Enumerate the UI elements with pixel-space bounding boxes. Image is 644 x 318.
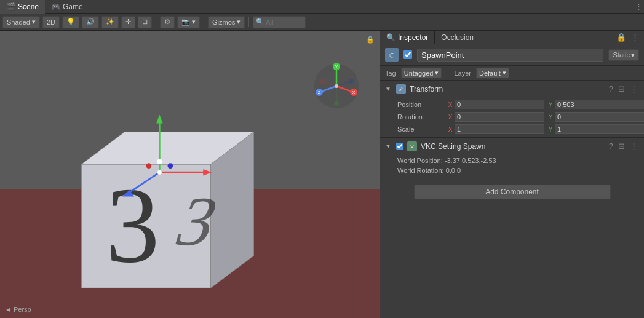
scale-y-input[interactable] <box>555 124 644 134</box>
rotation-x-label: X <box>447 114 454 121</box>
vkc-more-icon[interactable]: ⋮ <box>629 140 639 152</box>
add-component-button[interactable]: Add Component <box>414 185 611 199</box>
tab-scene[interactable]: 🎬 Scene <box>0 0 45 14</box>
tab-game-label: Game <box>63 2 83 11</box>
world-rotation-label: World Rotation: 0,0,0 <box>397 167 461 174</box>
svg-point-13 <box>168 163 173 169</box>
position-x-input[interactable] <box>455 100 544 109</box>
rotation-row: Rotation X Y Z <box>380 111 644 123</box>
lock-inspector-icon[interactable]: 🔒 <box>615 31 627 43</box>
vkc-actions: ? ⊟ ⋮ <box>608 140 639 152</box>
toolbar-separator-3 <box>248 17 249 27</box>
transform-body: Position X Y Z <box>380 97 644 137</box>
transform-name: Transform <box>410 85 604 93</box>
position-y-field: Y <box>547 100 644 109</box>
rotation-y-label: Y <box>547 114 554 121</box>
tag-arrow-icon: ▾ <box>435 69 439 77</box>
vkc-help-icon[interactable]: ? <box>608 140 614 152</box>
inspector-tab-bar: 🔍 Inspector Occlusion 🔒 ⋮ <box>380 31 644 44</box>
top-tab-bar: 🎬 Scene 🎮 Game ⋮ <box>0 0 644 14</box>
inspector-tab-icon: 🔍 <box>386 33 396 42</box>
layer-dropdown[interactable]: Default ▾ <box>476 68 509 78</box>
topbar-more-icon[interactable]: ⋮ <box>634 1 644 12</box>
settings-button[interactable]: ⚙ <box>160 16 175 28</box>
tab-scene-label: Scene <box>18 2 39 11</box>
static-badge[interactable]: Static ▾ <box>608 49 639 61</box>
svg-point-14 <box>157 159 162 164</box>
transform-header[interactable]: ▼ ⤢ Transform ? ⊟ ⋮ <box>380 81 644 97</box>
rotation-label: Rotation <box>397 113 447 121</box>
vkc-settings-icon[interactable]: ⊟ <box>617 140 626 152</box>
scale-x-label: X <box>447 126 454 133</box>
svg-text:3: 3 <box>106 165 160 285</box>
transform-settings-icon[interactable]: ⊟ <box>617 83 626 95</box>
tag-value: Untagged <box>404 70 434 77</box>
position-y-input[interactable] <box>555 100 644 109</box>
rotation-x-input[interactable] <box>455 112 544 122</box>
inspector-more-icon[interactable]: ⋮ <box>630 31 640 43</box>
gizmos-dropdown[interactable]: Gizmos ▾ <box>208 16 245 28</box>
svg-point-31 <box>335 84 338 88</box>
world-rotation-row: World Rotation: 0,0,0 <box>380 165 644 175</box>
grid-button[interactable]: ⊞ <box>138 16 152 28</box>
svg-point-11 <box>157 170 162 175</box>
transform-more-icon[interactable]: ⋮ <box>629 83 639 95</box>
effects-icon: ✨ <box>106 18 114 26</box>
move-button[interactable]: ✛ <box>121 16 135 28</box>
move-icon: ✛ <box>125 18 131 26</box>
effects-button[interactable]: ✨ <box>101 16 119 28</box>
vkc-icon: V <box>407 141 417 151</box>
2d-button[interactable]: 2D <box>42 16 60 28</box>
search-input[interactable] <box>266 18 303 26</box>
occlusion-tab-label: Occlusion <box>441 33 474 42</box>
position-label: Position <box>397 101 447 108</box>
2d-label: 2D <box>47 18 55 26</box>
scale-y-field: Y <box>547 124 644 134</box>
persp-label: ◄ Persp <box>5 306 31 313</box>
transform-actions: ? ⊟ ⋮ <box>608 83 639 95</box>
camera-button[interactable]: 📷 ▾ <box>177 16 200 28</box>
svg-point-12 <box>146 163 152 169</box>
scene-icon: 🎬 <box>6 2 15 11</box>
svg-text:Z: Z <box>318 90 321 95</box>
svg-point-26 <box>334 101 339 106</box>
vkc-header[interactable]: ▼ V VKC Setting Spawn ? ⊟ ⋮ <box>380 137 644 154</box>
vkc-body: World Position: -3.37,0.523,-2.53 World … <box>380 154 644 177</box>
add-component-area: Add Component <box>380 177 644 207</box>
shaded-arrow-icon: ▾ <box>32 18 36 26</box>
static-label: Static <box>613 51 630 58</box>
scale-x-input[interactable] <box>455 124 544 134</box>
x-axis-label: X <box>447 101 454 108</box>
tab-occlusion[interactable]: Occlusion <box>435 31 480 44</box>
tag-dropdown[interactable]: Untagged ▾ <box>401 68 442 78</box>
scene-lock-icon[interactable]: 🔒 <box>366 36 375 44</box>
camera-icon: 📷 <box>181 18 190 26</box>
transform-help-icon[interactable]: ? <box>608 83 614 95</box>
shaded-label: Shaded <box>7 18 30 26</box>
gear-icon: ⚙ <box>164 18 170 26</box>
object-active-checkbox[interactable] <box>403 50 412 59</box>
add-component-label: Add Component <box>485 188 539 196</box>
tag-layer-row: Tag Untagged ▾ Layer Default ▾ <box>380 66 644 81</box>
search-icon: 🔍 <box>256 18 264 26</box>
light-button[interactable]: 💡 <box>62 16 79 28</box>
tab-inspector[interactable]: 🔍 Inspector <box>380 31 435 44</box>
scale-label: Scale <box>397 125 447 133</box>
audio-button[interactable]: 🔊 <box>82 16 99 28</box>
object-header: ⬡ Static ▾ <box>380 44 644 66</box>
object-name-input[interactable] <box>417 49 603 62</box>
shaded-dropdown[interactable]: Shaded ▾ <box>2 16 40 28</box>
transform-expand-icon: ▼ <box>385 85 392 92</box>
inspector-tab-actions: 🔒 ⋮ <box>615 31 644 43</box>
transform-section: ▼ ⤢ Transform ? ⊟ ⋮ Position X <box>380 81 644 137</box>
vkc-active-checkbox[interactable] <box>396 143 403 150</box>
inspector-tab-label: Inspector <box>398 33 428 42</box>
tab-game[interactable]: 🎮 Game <box>45 0 89 14</box>
rotation-fields: X Y Z <box>447 112 644 122</box>
transform-icon: ⤢ <box>396 84 406 94</box>
axis-gizmo: Y X Z <box>312 62 361 111</box>
static-arrow-icon: ▾ <box>631 51 635 59</box>
rotation-x-field: X <box>447 112 544 122</box>
scene-view[interactable]: 3 3 <box>0 31 380 318</box>
rotation-y-input[interactable] <box>555 112 644 122</box>
